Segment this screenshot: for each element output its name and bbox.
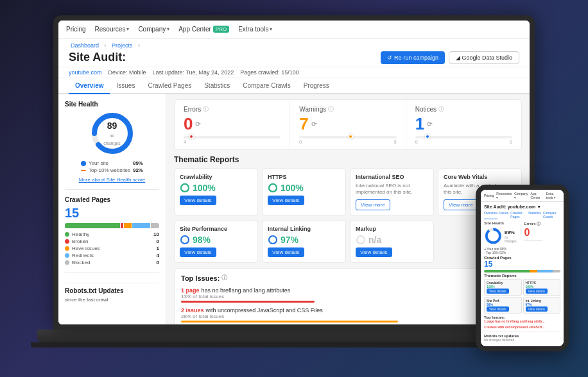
pages-crawled: Pages crawled: 15/100	[240, 69, 299, 76]
report-markup-title: Markup	[356, 226, 428, 232]
tab-crawled-pages[interactable]: Crawled Pages	[141, 78, 198, 94]
data-studio-button[interactable]: ◢ Google Data Studio	[449, 51, 519, 64]
site-health-more-link[interactable]: More about Site Health score	[79, 177, 146, 183]
blocked-num: 0	[157, 260, 159, 265]
phone-reports-row1: Crawlability 100% View details HTTPS 100…	[484, 279, 560, 296]
nav-extra-tools[interactable]: Extra tools ▾	[238, 26, 272, 33]
redirects-dot	[65, 253, 69, 258]
issues-dot	[65, 246, 69, 251]
warnings-change-icon: ⟳	[311, 121, 316, 128]
phone-health-label: no changes	[505, 235, 521, 243]
issue-2-sub: 28% of total issues	[181, 314, 515, 319]
crawled-blocked: Blocked 0	[65, 260, 159, 265]
page-title-row: Site Audit: ↺ Re-run campaign ◢ Google D…	[69, 51, 519, 64]
blocked-dot	[65, 260, 69, 265]
laptop-frame: Pricing Resources ▾ Company ▾ App Center…	[53, 15, 535, 330]
phone-donut-area: 89% no changes	[484, 226, 521, 246]
report-linking-title: Internal Linking	[268, 226, 340, 232]
https-view-details[interactable]: View details	[268, 196, 304, 205]
robots-section: Robots.txt Updates since the last crawl	[65, 283, 159, 303]
tab-statistics[interactable]: Statistics	[198, 78, 236, 94]
top-navigation: Pricing Resources ▾ Company ▾ App Center…	[58, 21, 530, 38]
warnings-info-icon[interactable]: ⓘ	[328, 105, 334, 113]
report-crawlability: Crawlability 100% View details	[174, 168, 258, 217]
rerun-campaign-button[interactable]: ↺ Re-run campaign	[381, 51, 445, 64]
pro-badge: PRO	[213, 26, 229, 33]
phone-bar-blocked	[553, 270, 560, 272]
phone-site-health: Site Health 89% no changes ● Your site 8…	[484, 221, 521, 255]
phone-nav-pricing: Pricing	[484, 194, 494, 197]
issue-1-link[interactable]: 1 page	[181, 287, 200, 294]
errors-card: Errors ⓘ 0 ⟳	[175, 100, 290, 149]
issues-label: Have issues	[72, 246, 154, 251]
bar-issues	[124, 223, 131, 228]
phone-report-linking: Int. Linking 97% View details	[523, 297, 561, 314]
report-perf-title: Site Performance	[180, 226, 252, 232]
cwv-view-more[interactable]: View more	[444, 199, 478, 210]
phone-content: Site Audit: youtube.com ▼ Overview Issue…	[481, 202, 564, 344]
crawlability-view-details[interactable]: View details	[180, 196, 216, 205]
phone-btn-details-4[interactable]: View details	[526, 306, 548, 312]
errors-info-icon[interactable]: ⓘ	[203, 105, 209, 113]
breadcrumb-dashboard[interactable]: Dashboard	[71, 42, 99, 49]
svg-point-7	[181, 236, 189, 244]
top10-label: Top-10% websites	[89, 167, 130, 173]
issues-num: 1	[157, 246, 159, 251]
phone-tab-stats[interactable]: Statistics	[528, 211, 541, 219]
warnings-dot	[348, 134, 353, 139]
crawled-count: 15	[65, 206, 159, 220]
phone-btn-details-2[interactable]: View details	[526, 289, 548, 294]
blocked-label: Blocked	[72, 260, 154, 265]
robots-title: Robots.txt Updates	[65, 287, 159, 294]
phone-tab-crawled[interactable]: Crawled Pages	[510, 211, 526, 219]
warnings-title: Warnings ⓘ	[299, 105, 396, 113]
issue-2-bar	[181, 321, 398, 323]
notices-info-icon[interactable]: ⓘ	[438, 105, 444, 113]
phone-mockup: Pricing Resources ▾ Company ▾ App Center…	[476, 185, 569, 351]
main-content: Site Health	[58, 94, 530, 324]
intl-seo-view-more[interactable]: View more	[356, 199, 390, 210]
phone-tab-overview[interactable]: Overview	[484, 211, 497, 219]
markup-view-details[interactable]: View details	[356, 247, 392, 257]
header-area: Dashboard › Projects › Site Audit: ↺ Re-…	[58, 38, 530, 67]
phone-bar-issues	[530, 270, 537, 272]
breadcrumb-projects[interactable]: Projects	[112, 42, 133, 49]
phone-btn-details-1[interactable]: View details	[487, 289, 509, 294]
nav-resources[interactable]: Resources ▾	[95, 26, 130, 33]
phone-tab-issues[interactable]: Issues	[499, 211, 508, 219]
notices-value: 1 ⟳	[415, 115, 512, 133]
issue-2-link[interactable]: 2 issues	[181, 307, 204, 314]
health-legend: Your site 89% Top-10% websites 92%	[81, 160, 143, 174]
phone-donut-svg	[484, 226, 503, 246]
phone-issue-2: 2 issues with uncompressed JavaScri...	[484, 325, 560, 330]
divider-1	[65, 189, 159, 190]
tab-overview[interactable]: Overview	[69, 78, 110, 94]
broken-label: Broken	[72, 239, 154, 244]
nav-pricing[interactable]: Pricing	[66, 26, 86, 33]
nav-app-center[interactable]: App Center PRO	[178, 26, 229, 33]
tab-issues[interactable]: Issues	[110, 78, 141, 94]
device-info: Device: Mobile	[108, 69, 146, 76]
errors-scale	[184, 136, 281, 138]
linking-view-details[interactable]: View details	[268, 247, 304, 257]
tab-progress[interactable]: Progress	[297, 78, 336, 94]
phone-btn-details-3[interactable]: View details	[487, 306, 509, 312]
phone-title: Site Audit: youtube.com ▼	[484, 205, 560, 209]
perf-view-details[interactable]: View details	[180, 247, 216, 257]
redirects-label: Redirects	[72, 253, 154, 258]
crawled-pages-section: Crawled Pages 15	[65, 196, 159, 265]
report-linking-percent: 97%	[268, 235, 340, 245]
bar-healthy	[65, 223, 120, 228]
phone-errors-val: 0	[524, 227, 561, 239]
last-update: Last update: Tue, May 24, 2022	[153, 69, 234, 76]
intl-seo-desc: International SEO is not implemented on …	[356, 183, 428, 196]
nav-company[interactable]: Company ▾	[138, 26, 169, 33]
page-title: Site Audit:	[69, 51, 126, 64]
your-site-value: 89%	[133, 160, 143, 166]
top-issues-info-icon[interactable]: ⓘ	[221, 274, 227, 282]
phone-tab-compare[interactable]: Compare Crawls	[543, 211, 560, 219]
crawled-broken: Broken 0	[65, 239, 159, 244]
phone-crawled-bar	[484, 270, 560, 272]
tab-compare-crawls[interactable]: Compare Crawls	[236, 78, 297, 94]
issue-1-desc: has no hreflang and lang attributes	[202, 287, 291, 294]
